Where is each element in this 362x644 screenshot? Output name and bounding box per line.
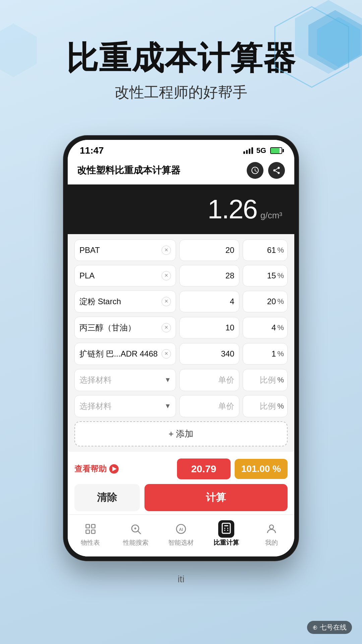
- add-material-button[interactable]: + 添加: [74, 421, 288, 446]
- svg-rect-8: [92, 530, 95, 534]
- status-time: 11:47: [80, 145, 104, 156]
- material-name-starch[interactable]: 淀粉 Starch ×: [74, 290, 176, 313]
- person-icon: [264, 522, 279, 536]
- material-name-pbat[interactable]: PBAT ×: [74, 239, 176, 261]
- status-bar: 11:47 5G: [68, 140, 294, 159]
- svg-rect-7: [86, 530, 89, 534]
- remove-adr-button[interactable]: ×: [162, 349, 171, 359]
- material-price-select-1[interactable]: 单价: [179, 369, 239, 391]
- app-header: 改性塑料比重成本计算器: [68, 159, 294, 184]
- bottom-action-area: 查看帮助 20.79 101.00 % 清除 计算: [68, 452, 294, 515]
- play-icon: [109, 464, 119, 474]
- tab-properties-label: 物性表: [81, 538, 100, 547]
- svg-line-10: [138, 531, 141, 534]
- tab-mine[interactable]: 我的: [249, 519, 294, 550]
- material-pct-pla[interactable]: 15%: [243, 265, 288, 286]
- tab-bar: 物性表 性能搜索: [68, 515, 294, 556]
- remove-pbat-button[interactable]: ×: [162, 246, 171, 255]
- material-pct-select-1[interactable]: 比例%: [243, 369, 288, 391]
- svg-text:AI: AI: [179, 527, 183, 532]
- chevron-down-icon: ▼: [164, 376, 171, 384]
- watermark: ⊕ 七号在线: [307, 621, 352, 634]
- svg-rect-6: [92, 524, 95, 528]
- table-row: 丙三醇（甘油） × 10 4%: [74, 317, 288, 339]
- calc-icon: [219, 522, 234, 536]
- material-price-glycerol[interactable]: 10: [179, 317, 239, 338]
- table-row: 选择材料 ▼ 单价 比例%: [74, 395, 288, 417]
- calculate-button[interactable]: 计算: [144, 484, 288, 511]
- material-price-pbat[interactable]: 20: [179, 239, 239, 261]
- material-select-2[interactable]: 选择材料 ▼: [74, 395, 176, 417]
- help-row: 查看帮助 20.79 101.00 %: [74, 459, 288, 479]
- battery-icon: [270, 147, 282, 154]
- remove-pla-button[interactable]: ×: [162, 271, 171, 280]
- result-price-badge: 20.79: [177, 459, 231, 479]
- result-unit: g/cm³: [260, 210, 282, 221]
- history-button[interactable]: [247, 162, 263, 179]
- material-pct-adr[interactable]: 1%: [243, 343, 288, 365]
- signal-icon: [243, 147, 253, 154]
- status-right: 5G: [243, 146, 282, 155]
- svg-marker-4: [0, 23, 37, 77]
- remove-starch-button[interactable]: ×: [162, 297, 171, 306]
- result-value: 1.26: [207, 194, 257, 225]
- tab-ai-label: 智能选材: [168, 538, 194, 547]
- tab-search[interactable]: 性能搜索: [113, 519, 158, 550]
- material-select-1[interactable]: 选择材料 ▼: [74, 369, 176, 391]
- material-price-starch[interactable]: 4: [179, 291, 239, 312]
- app-header-title: 改性塑料比重成本计算器: [77, 164, 180, 177]
- ai-icon: AI: [174, 522, 188, 536]
- tab-ai[interactable]: AI 智能选材: [158, 519, 203, 550]
- properties-icon: [83, 522, 98, 536]
- material-pct-pbat[interactable]: 61%: [243, 239, 288, 261]
- table-row: PLA × 28 15%: [74, 265, 288, 286]
- phone-mockup: 11:47 5G 改性塑料比重成本计算器: [64, 136, 298, 560]
- app-header-icons: [247, 162, 285, 179]
- material-price-pla[interactable]: 28: [179, 265, 239, 286]
- table-row: 扩链剂 巴...ADR 4468 × 340 1%: [74, 343, 288, 365]
- action-buttons: 清除 计算: [74, 484, 288, 511]
- search-icon: [128, 522, 143, 536]
- material-pct-glycerol[interactable]: 4%: [243, 317, 288, 338]
- phone-inner: 11:47 5G 改性塑料比重成本计算器: [68, 140, 294, 556]
- material-name-glycerol[interactable]: 丙三醇（甘油） ×: [74, 317, 176, 339]
- material-name-adr[interactable]: 扩链剂 巴...ADR 4468 ×: [74, 343, 176, 365]
- phone-outer: 11:47 5G 改性塑料比重成本计算器: [64, 136, 298, 560]
- result-display: 1.26 g/cm³: [68, 184, 294, 234]
- tab-calc[interactable]: 比重计算: [204, 519, 249, 550]
- svg-rect-15: [222, 523, 230, 533]
- chevron-down-icon: ▼: [164, 402, 171, 410]
- table-row: 淀粉 Starch × 4 20%: [74, 290, 288, 313]
- result-pct-badge: 101.00 %: [235, 459, 288, 479]
- tab-search-label: 性能搜索: [123, 538, 148, 547]
- material-price-select-2[interactable]: 单价: [179, 395, 239, 417]
- tab-properties[interactable]: 物性表: [68, 519, 113, 550]
- clear-button[interactable]: 清除: [74, 484, 140, 511]
- remove-glycerol-button[interactable]: ×: [162, 323, 171, 332]
- share-button[interactable]: [268, 162, 285, 179]
- materials-area: PBAT × 20 61% PLA × 28 15%: [68, 234, 294, 452]
- material-pct-starch[interactable]: 20%: [243, 291, 288, 312]
- material-price-adr[interactable]: 340: [179, 343, 239, 365]
- tab-mine-label: 我的: [265, 538, 278, 547]
- svg-point-21: [269, 525, 274, 529]
- table-row: PBAT × 20 61%: [74, 239, 288, 261]
- material-pct-select-2[interactable]: 比例%: [243, 395, 288, 417]
- svg-rect-5: [86, 524, 89, 528]
- bottom-label: iti: [0, 560, 362, 591]
- table-row: 选择材料 ▼ 单价 比例%: [74, 369, 288, 391]
- material-name-pla[interactable]: PLA ×: [74, 265, 176, 286]
- 5g-label: 5G: [256, 146, 266, 155]
- tab-calc-label: 比重计算: [214, 538, 239, 547]
- help-link[interactable]: 查看帮助: [74, 464, 119, 474]
